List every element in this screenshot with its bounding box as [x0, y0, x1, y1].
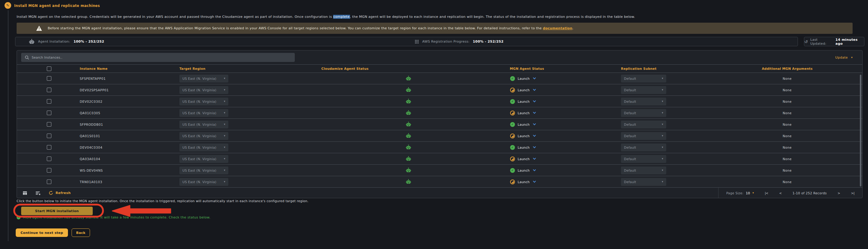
chevron-down-icon: ▾ [224, 169, 225, 172]
target-region-dropdown[interactable]: US East (N. Virginia) ▾ [179, 178, 228, 186]
table-row: TRN01A0103 US East (N. Virginia) ▾ Launc… [17, 176, 862, 188]
chevron-down-icon: ▾ [224, 180, 225, 183]
row-checkbox[interactable] [47, 99, 51, 104]
row-checkbox[interactable] [47, 88, 51, 92]
search-icon [25, 55, 29, 60]
action-buttons: Continue to next step Back [16, 228, 90, 237]
replication-subnet-dropdown[interactable]: Default ▾ [621, 75, 666, 83]
cloudamize-status-robot-icon [406, 167, 411, 173]
documentation-link[interactable]: documentation [543, 26, 572, 30]
page-size-dropdown[interactable]: Page Size: 10 ▾ [726, 191, 754, 195]
row-checkbox[interactable] [47, 133, 51, 138]
target-region-dropdown[interactable]: US East (N. Virginia) ▾ [179, 166, 228, 174]
launch-link[interactable]: Launch [518, 180, 530, 184]
mgn-arguments: None [717, 111, 858, 115]
refresh-button[interactable]: Refresh [49, 191, 71, 195]
installation-status-message: ✓ MGN agent installation has already sta… [17, 215, 211, 219]
start-mgn-installation-button[interactable]: Start MGN installation [21, 207, 93, 215]
chevron-down-icon[interactable] [533, 134, 536, 137]
chevron-down-icon: ▾ [851, 56, 852, 59]
replication-subnet-dropdown[interactable]: Default ▾ [621, 86, 666, 94]
replication-subnet-value: Default [624, 146, 636, 149]
next-page-button[interactable]: > [837, 191, 840, 195]
target-region-dropdown[interactable]: US East (N. Virginia) ▾ [179, 86, 228, 94]
mgn-status-icon: ✓ [510, 76, 515, 81]
chevron-down-icon[interactable] [533, 145, 536, 148]
replication-subnet-dropdown[interactable]: Default ▾ [621, 166, 666, 174]
back-button[interactable]: Back [71, 228, 90, 237]
target-region-dropdown[interactable]: US East (N. Virginia) ▾ [179, 98, 228, 105]
chevron-down-icon: ▾ [224, 77, 225, 80]
chevron-down-icon[interactable] [533, 122, 536, 125]
row-checkbox[interactable] [47, 157, 51, 161]
launch-link[interactable]: Launch [518, 146, 530, 149]
list-view-icon[interactable] [35, 191, 41, 195]
vertical-scrollbar[interactable] [860, 75, 861, 186]
chevron-down-icon[interactable] [533, 88, 536, 91]
page-size-label: Page Size: [726, 191, 744, 195]
instance-name: WS-DEV04NS [76, 168, 176, 172]
chevron-down-icon[interactable] [533, 180, 536, 183]
table-row: DEV02C0302 US East (N. Virginia) ▾ ✓ Lau… [17, 96, 862, 107]
instance-name: DEV02SPSAPP01 [76, 88, 176, 92]
launch-link[interactable]: Launch [518, 168, 530, 172]
row-checkbox[interactable] [47, 145, 51, 150]
replication-subnet-value: Default [624, 111, 636, 115]
replication-subnet-dropdown[interactable]: Default ▾ [621, 178, 666, 186]
chevron-down-icon[interactable] [533, 168, 536, 172]
launch-link[interactable]: Launch [518, 157, 530, 161]
prev-page-button[interactable]: < [779, 191, 782, 195]
replication-subnet-dropdown[interactable]: Default ▾ [621, 155, 666, 163]
target-region-dropdown[interactable]: US East (N. Virginia) ▾ [179, 121, 228, 128]
chevron-down-icon: ▾ [224, 89, 225, 91]
last-page-button[interactable]: >| [851, 191, 855, 195]
replication-subnet-value: Default [624, 157, 636, 161]
table-row: SFSPENTAPP01 US East (N. Virginia) ▾ ✓ L… [17, 73, 862, 84]
row-checkbox[interactable] [47, 168, 51, 173]
target-region-dropdown[interactable]: US East (N. Virginia) ▾ [179, 155, 228, 163]
row-checkbox[interactable] [47, 122, 51, 127]
chevron-down-icon: ▾ [753, 192, 754, 194]
aws-registration-progress: AWS Registration Progress: 100% - 252/25… [415, 37, 503, 46]
row-checkbox[interactable] [47, 111, 51, 115]
search-input[interactable] [32, 56, 291, 59]
replication-subnet-dropdown[interactable]: Default ▾ [621, 132, 666, 140]
launch-link[interactable]: Launch [518, 134, 530, 138]
replication-subnet-dropdown[interactable]: Default ▾ [621, 98, 666, 105]
row-checkbox[interactable] [47, 76, 51, 81]
launch-link[interactable]: Launch [518, 100, 530, 103]
target-region-value: US East (N. Virginia) [182, 180, 216, 184]
launch-link[interactable]: Launch [518, 88, 530, 92]
replication-subnet-dropdown[interactable]: Default ▾ [621, 109, 666, 117]
mgn-status-icon: ✓ [510, 145, 515, 150]
replication-subnet-dropdown[interactable]: Default ▾ [621, 144, 666, 151]
select-all-checkbox[interactable] [47, 66, 51, 71]
target-region-dropdown[interactable]: US East (N. Virginia) ▾ [179, 144, 228, 151]
first-page-button[interactable]: |< [765, 191, 768, 195]
table-body: SFSPENTAPP01 US East (N. Virginia) ▾ ✓ L… [17, 73, 862, 188]
target-region-dropdown[interactable]: US East (N. Virginia) ▾ [179, 132, 228, 140]
continue-button[interactable]: Continue to next step [16, 228, 68, 237]
launch-link[interactable]: Launch [518, 111, 530, 115]
mgn-arguments: None [717, 123, 858, 126]
cloudamize-status-robot-icon [406, 122, 411, 127]
launch-link[interactable]: Launch [518, 77, 530, 81]
replication-subnet-dropdown[interactable]: Default ▾ [621, 121, 666, 128]
row-checkbox[interactable] [47, 180, 51, 184]
target-region-value: US East (N. Virginia) [182, 157, 216, 161]
chevron-down-icon[interactable] [533, 157, 536, 160]
target-region-value: US East (N. Virginia) [182, 111, 216, 115]
target-region-value: US East (N. Virginia) [182, 134, 216, 138]
launch-link[interactable]: Launch [518, 123, 530, 126]
update-dropdown[interactable]: Update ▾ [835, 56, 852, 60]
selection-highlight: complete [333, 15, 350, 19]
refresh-label: Refresh [56, 191, 71, 195]
chevron-down-icon[interactable] [533, 76, 536, 80]
chevron-down-icon[interactable] [533, 99, 536, 102]
chevron-down-icon[interactable] [533, 111, 536, 114]
columns-view-icon[interactable] [22, 191, 28, 195]
target-region-dropdown[interactable]: US East (N. Virginia) ▾ [179, 109, 228, 117]
target-region-dropdown[interactable]: US East (N. Virginia) ▾ [179, 75, 228, 83]
chevron-down-icon: ▾ [224, 157, 225, 160]
mgn-status-icon [510, 88, 515, 92]
